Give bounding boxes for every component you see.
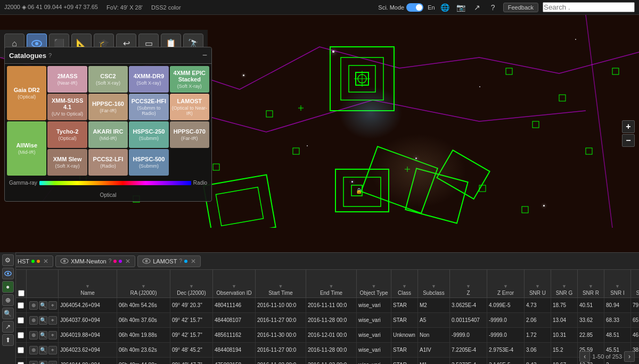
catalogues-title: Catalogues bbox=[9, 52, 46, 60]
share-side-button[interactable]: ↗ bbox=[2, 321, 14, 333]
export-side-button[interactable]: ⬆ bbox=[2, 334, 14, 346]
col-snrg[interactable]: ▼ SNR G bbox=[551, 270, 578, 297]
col-ra[interactable]: ▼ RA (J2000) bbox=[117, 270, 170, 297]
page-prev-button[interactable]: ‹ bbox=[579, 351, 590, 362]
row-zoom-btn[interactable]: ⌖ bbox=[48, 301, 57, 310]
tab-xmm-dot bbox=[113, 260, 117, 263]
row-search-btn[interactable]: 🔍 bbox=[39, 316, 47, 325]
row-checkbox[interactable] bbox=[18, 332, 24, 338]
row-zoom-btn[interactable]: ⌖ bbox=[48, 331, 57, 340]
catalogues-close-button[interactable]: − bbox=[202, 51, 207, 60]
cat-csc2[interactable]: CSC2(Soft X-ray) bbox=[88, 66, 128, 93]
globe-icon[interactable]: 🌐 bbox=[439, 2, 451, 13]
row-checkbox[interactable] bbox=[18, 317, 24, 324]
col-snru[interactable]: ▼ SNR U bbox=[525, 270, 551, 297]
camera-icon[interactable]: 📷 bbox=[455, 2, 467, 13]
zoom-out-button[interactable]: − bbox=[622, 134, 635, 147]
tab-xmm-help[interactable]: ? bbox=[109, 258, 112, 264]
tab-xmm-close[interactable]: ✕ bbox=[125, 258, 130, 265]
row-checkbox[interactable] bbox=[18, 347, 24, 353]
settings-side-button[interactable]: ⚙ bbox=[2, 254, 14, 266]
svg-point-40 bbox=[7, 272, 9, 275]
row-search-btn[interactable]: 🔍 bbox=[39, 331, 47, 340]
sci-mode-toggle[interactable] bbox=[406, 3, 423, 12]
cat-hspsc500[interactable]: HSPSC-500(Submm) bbox=[129, 149, 168, 176]
row-target-btn[interactable]: ⊕ bbox=[29, 346, 38, 354]
tab-lamost-help[interactable]: ? bbox=[179, 258, 182, 264]
col-z[interactable]: ▼ Z bbox=[450, 270, 487, 297]
row-cell-z: -9999.0 bbox=[450, 328, 487, 343]
row-zoom-btn[interactable]: ⌖ bbox=[48, 346, 57, 354]
col-obsid[interactable]: ▼ Observation ID bbox=[213, 270, 256, 297]
cat-hspsc250[interactable]: HSPSC-250(Submm) bbox=[129, 121, 168, 148]
cat-pccs2-lfi[interactable]: PCCS2-LFI(Radio) bbox=[88, 149, 128, 176]
col-snrz[interactable]: ▼ SNR Z bbox=[631, 270, 639, 297]
row-cell-subclass: M1 bbox=[418, 358, 450, 365]
cat-hppsc070[interactable]: HPPSC-070(Far-IR) bbox=[170, 121, 209, 148]
page-next-button[interactable]: › bbox=[624, 351, 635, 362]
language-selector[interactable]: En bbox=[428, 4, 435, 11]
row-cell-z: 0.00115407 bbox=[450, 313, 487, 328]
col-snrr[interactable]: ▼ SNR R bbox=[578, 270, 604, 297]
cat-gaia-dr2[interactable]: Gaia DR2(Optical) bbox=[7, 66, 46, 120]
search-input[interactable] bbox=[543, 2, 635, 12]
table-row: ⊕ 🔍 ⌖ J064054.26+09406h 40m 54.26s09° 49… bbox=[16, 298, 639, 313]
col-end[interactable]: ▼ End Time bbox=[306, 270, 357, 297]
row-target-btn[interactable]: ⊕ bbox=[29, 301, 38, 310]
col-zerr[interactable]: ▼ Z Error bbox=[487, 270, 525, 297]
tab-lamost[interactable]: LAMOST ? ✕ bbox=[137, 255, 201, 267]
share-icon[interactable]: ↗ bbox=[471, 2, 483, 13]
tab-xmm-newton[interactable]: XMM-Newton ? ✕ bbox=[55, 255, 135, 267]
row-cell-obsid: 484408107 bbox=[213, 313, 256, 328]
row-cell-snrg: 13.04 bbox=[551, 313, 578, 328]
col-start[interactable]: ▼ Start Time bbox=[256, 270, 306, 297]
row-search-btn[interactable]: 🔍 bbox=[39, 361, 47, 365]
cat-xmm-slew[interactable]: XMM Slew(Soft X-ray) bbox=[47, 149, 87, 176]
tab-lamost-close[interactable]: ✕ bbox=[191, 258, 196, 265]
col-subclass[interactable]: ▼ Subclass bbox=[418, 270, 450, 297]
feedback-button[interactable]: Feedback bbox=[503, 3, 538, 12]
row-cell-dec: 09° 48' 45.2" bbox=[170, 343, 213, 358]
cat-allwise[interactable]: AllWise(Mid-IR) bbox=[7, 121, 46, 176]
cat-hppsc160[interactable]: HPPSC-160(Far-IR) bbox=[88, 94, 128, 120]
cat-pccs2e-hfi[interactable]: PCCS2E-HFI(Submm to Radio) bbox=[129, 94, 168, 120]
zoom-in-button[interactable]: + bbox=[622, 120, 635, 133]
svg-rect-7 bbox=[356, 72, 368, 85]
select-all-checkbox[interactable] bbox=[18, 290, 24, 296]
cat-4xmm-epic[interactable]: 4XMM EPIC Stacked(Soft X-ray) bbox=[170, 66, 209, 93]
cat-4xmm-dr9[interactable]: 4XMM-DR9(Soft X-ray) bbox=[129, 66, 168, 93]
row-cell-z: 7.2205E-4 bbox=[450, 343, 487, 358]
row-target-btn[interactable]: ⊕ bbox=[29, 316, 38, 325]
svg-rect-24 bbox=[293, 148, 299, 154]
row-cell-class: STAR bbox=[391, 313, 418, 328]
row-checkbox[interactable] bbox=[18, 362, 24, 365]
row-zoom-btn[interactable]: ⌖ bbox=[48, 361, 57, 365]
row-target-btn[interactable]: ⊕ bbox=[29, 331, 38, 340]
row-zoom-btn[interactable]: ⌖ bbox=[48, 316, 57, 325]
row-cell-objtype: wise_vari bbox=[357, 358, 391, 365]
eye-side-button[interactable] bbox=[2, 268, 14, 279]
col-dec[interactable]: ▼ Dec (J2000) bbox=[170, 270, 213, 297]
target-side-button[interactable]: ⊕ bbox=[2, 294, 14, 306]
row-search-btn[interactable]: 🔍 bbox=[39, 301, 47, 310]
row-search-btn[interactable]: 🔍 bbox=[39, 346, 47, 354]
cat-tycho2[interactable]: Tycho-2(Optical) bbox=[47, 121, 87, 148]
col-name[interactable]: ▼ Name bbox=[59, 270, 117, 297]
cat-2mass[interactable]: 2MASS(Near-IR) bbox=[47, 66, 87, 93]
row-cell-end: 2016-11-28 00:0 bbox=[306, 313, 357, 328]
col-class[interactable]: ▼ Class bbox=[391, 270, 418, 297]
row-checkbox[interactable] bbox=[18, 302, 24, 309]
col-snri[interactable]: ▼ SNR I bbox=[604, 270, 631, 297]
cat-xmm-suss[interactable]: XMM-SUSS 4.1(UV to Optical) bbox=[47, 94, 87, 120]
green-side-button[interactable]: ● bbox=[2, 281, 14, 293]
search-side-button[interactable]: 🔍 bbox=[2, 308, 14, 319]
help-icon[interactable]: ? bbox=[487, 2, 499, 13]
cat-lamost[interactable]: LAMOST(Optical to Near-IR) bbox=[170, 94, 209, 120]
table-row: ⊕ 🔍 ⌖ J064037.60+09406h 40m 37.60s09° 42… bbox=[16, 313, 639, 328]
row-cell-zerr: 2.9753E-4 bbox=[487, 343, 525, 358]
col-objtype[interactable]: ▼ Object Type bbox=[357, 270, 391, 297]
cat-akari-irc[interactable]: AKARI IRC(Mid-IR) bbox=[88, 121, 128, 148]
tab-hst-close[interactable]: ✕ bbox=[43, 258, 48, 265]
catalogues-help-icon[interactable]: ? bbox=[48, 52, 52, 59]
row-target-btn[interactable]: ⊕ bbox=[29, 361, 38, 365]
